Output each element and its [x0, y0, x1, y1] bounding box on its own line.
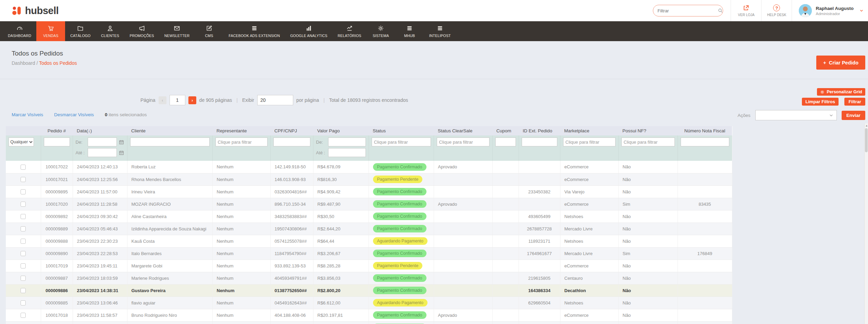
filter-input-marketplace[interactable] — [563, 137, 616, 146]
row-checkbox[interactable] — [21, 177, 26, 182]
column-header-possui_nf[interactable]: Possui NF? — [618, 126, 678, 135]
nav-item-cat-logo[interactable]: CATÁLOGO — [65, 21, 96, 41]
desmarcar-visiveis-link[interactable]: Desmarcar Visíveis — [54, 112, 94, 117]
filter-input-cliente[interactable] — [130, 137, 210, 146]
calendar-icon[interactable] — [119, 150, 124, 156]
row-checkbox[interactable] — [21, 288, 26, 293]
user-menu[interactable]: Raphael Augusto Administrador — [792, 4, 859, 17]
row-checkbox[interactable] — [21, 263, 26, 268]
filter-input-possui_nf[interactable] — [621, 137, 675, 146]
limpar-filtros-button[interactable]: Limpar Filtros — [802, 98, 839, 106]
personalizar-grid-button[interactable]: Personalizar Grid — [817, 88, 865, 96]
breadcrumb-parent[interactable]: Dashboard — [12, 60, 35, 66]
help-desk-button[interactable]: ? HELP DESK — [761, 0, 792, 21]
row-checkbox[interactable] — [21, 165, 26, 170]
column-header-pedido[interactable]: Pedido # — [41, 126, 73, 135]
search-icon[interactable] — [718, 8, 723, 13]
filter-select-check[interactable]: Qualquer — [9, 137, 34, 146]
row-checkbox[interactable] — [21, 202, 26, 207]
row-checkbox[interactable] — [21, 239, 26, 244]
per-page-input[interactable] — [257, 95, 293, 105]
ver-loja-button[interactable]: VER LOJA — [731, 0, 761, 21]
row-checkbox[interactable] — [21, 226, 26, 231]
global-search[interactable] — [653, 5, 723, 16]
filtrar-button[interactable]: Filtrar — [844, 98, 865, 106]
nav-item-promo-es[interactable]: PROMOÇÕES — [124, 21, 159, 41]
table-row[interactable]: 00000989224/04/2023 09:30:42Aline Castan… — [6, 210, 732, 223]
nav-item-dashboard[interactable]: DASHBOARD — [3, 21, 36, 41]
selected-count-suffix: itens selecionados — [108, 112, 147, 117]
cell-cliente: Roberta Luz — [127, 161, 212, 173]
filter-input-data-ate[interactable] — [88, 148, 117, 157]
filter-input-clearsale[interactable] — [437, 137, 489, 146]
filter-input-representante[interactable] — [215, 137, 268, 146]
calendar-icon[interactable] — [119, 139, 124, 145]
table-row[interactable]: 10001702024/04/2023 11:28:58MOZAR INGRAC… — [6, 198, 732, 210]
column-header-cpf[interactable]: CPF/CNPJ — [270, 126, 313, 135]
table-row[interactable]: 00000988924/04/2023 05:46:43Izildinha Ap… — [6, 223, 732, 235]
main-nav: DASHBOARDVENDASCATÁLOGOCLIENTESPROMOÇÕES… — [0, 21, 868, 41]
table-row[interactable]: 00000988823/04/2023 22:30:23Kauã CostaNe… — [6, 235, 732, 247]
hubsell-logo[interactable]: hubsell — [12, 4, 59, 17]
table-row[interactable]: 00000989023/04/2023 22:28:53Italo Bernar… — [6, 247, 732, 260]
table-row[interactable]: 00000988723/04/2023 18:03:59Marlene Rodr… — [6, 272, 732, 284]
column-header-clearsale[interactable]: Status ClearSale — [434, 126, 492, 135]
filter-input-nota_fiscal[interactable] — [681, 137, 729, 146]
column-header-marketplace[interactable]: Marketplace — [560, 126, 618, 135]
column-header-nota_fiscal[interactable]: Número Nota Fiscal — [678, 126, 732, 135]
nav-item-sistema[interactable]: SISTEMA — [367, 21, 395, 41]
prev-page-button[interactable]: ‹ — [159, 96, 166, 104]
chevron-down-icon[interactable] — [859, 8, 868, 13]
nav-item-relat-rios[interactable]: RELATÓRIOS — [333, 21, 367, 41]
filter-input-cupom[interactable] — [495, 137, 516, 146]
row-checkbox[interactable] — [21, 313, 26, 318]
nav-item-facebook-ads-extension[interactable]: FACEBOOK ADS EXTENSION — [223, 21, 285, 41]
nav-item-vendas[interactable]: VENDAS — [36, 21, 65, 41]
vertical-scrollbar[interactable]: ▲ — [864, 123, 868, 324]
nav-item-newsletter[interactable]: NEWSLETTER — [159, 21, 195, 41]
table-row[interactable]: 10001701823/04/2023 11:58:57Bruno Rodrig… — [6, 309, 732, 321]
column-header-id_ext[interactable]: ID Ext. Pedido — [519, 126, 560, 135]
row-checkbox[interactable] — [21, 251, 26, 256]
scrollbar-thumb[interactable] — [865, 128, 868, 152]
column-header-valor[interactable]: Valor Pago — [313, 126, 369, 135]
current-page-input[interactable] — [170, 95, 185, 105]
row-checkbox[interactable] — [21, 276, 26, 281]
filter-input-valor-de[interactable] — [328, 137, 366, 146]
table-row[interactable]: 00000988423/04/2023 10:11:31Diego SilvaN… — [6, 321, 732, 324]
marcar-visiveis-link[interactable]: Marcar Visíveis — [12, 112, 43, 117]
cell-id_ext — [519, 309, 560, 321]
criar-pedido-button[interactable]: + Criar Pedido — [816, 56, 865, 70]
column-header-status[interactable]: Status — [369, 126, 434, 135]
filter-input-id_ext[interactable] — [522, 137, 557, 146]
table-row[interactable]: 10001702224/04/2023 12:40:13Roberta LuzN… — [6, 161, 732, 173]
nav-item-cms[interactable]: CMS — [195, 21, 223, 41]
filter-input-data-de[interactable] — [88, 137, 117, 146]
row-checkbox[interactable] — [21, 214, 26, 219]
nav-item-google-analytics[interactable]: GOOGLE ANALYTICS — [285, 21, 333, 41]
column-header-representante[interactable]: Representante — [212, 126, 270, 135]
nav-item-intelipost[interactable]: INTELIPOST — [424, 21, 456, 41]
nav-item-mhub[interactable]: MHUB — [395, 21, 424, 41]
acoes-select[interactable] — [755, 110, 837, 120]
row-checkbox[interactable] — [21, 300, 26, 305]
row-checkbox[interactable] — [21, 189, 26, 194]
filter-input-cpf[interactable] — [273, 137, 310, 146]
filter-input-status[interactable] — [372, 137, 431, 146]
enviar-button[interactable]: Enviar — [842, 111, 865, 120]
cell-valor: R$8.285,28 — [313, 260, 369, 272]
table-row[interactable]: 10001702124/04/2023 12:25:56Rhona Mendes… — [6, 173, 732, 185]
filter-input-pedido[interactable] — [44, 137, 70, 146]
nav-item-clientes[interactable]: CLIENTES — [96, 21, 124, 41]
column-header-data[interactable]: Data(↓) — [73, 126, 127, 135]
scroll-up-icon[interactable]: ▲ — [865, 124, 868, 127]
table-row[interactable]: 00000988523/04/2023 13:06:46flavio aguia… — [6, 297, 732, 309]
search-input[interactable] — [657, 8, 718, 13]
next-page-button[interactable]: › — [188, 96, 196, 104]
column-header-cupom[interactable]: Cupom — [492, 126, 519, 135]
table-row[interactable]: 00000988623/04/2023 14:38:31Gustavo Pere… — [6, 284, 732, 297]
filter-input-valor-ate[interactable] — [328, 148, 366, 157]
table-row[interactable]: 10001701923/04/2023 19:45:11Margarete Go… — [6, 260, 732, 272]
column-header-cliente[interactable]: Cliente — [127, 126, 212, 135]
table-row[interactable]: 00000989524/04/2023 11:57:00Irineu Vieir… — [6, 185, 732, 198]
